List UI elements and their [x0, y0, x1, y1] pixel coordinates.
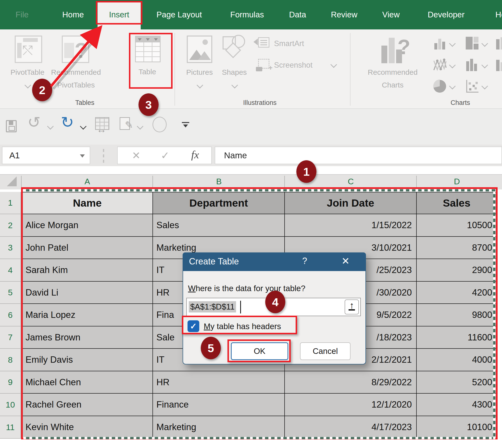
- confirm-entry-icon[interactable]: ✓: [161, 149, 169, 161]
- table-range-value: $A$1:$D$11: [189, 301, 236, 312]
- screenshot-dropdown-chevron-icon[interactable]: [330, 61, 337, 68]
- tab-file[interactable]: File: [7, 0, 37, 29]
- formula-bar[interactable]: Name: [215, 146, 502, 164]
- column-chart-icon[interactable]: [433, 37, 447, 50]
- row-header-6[interactable]: 6: [0, 304, 21, 326]
- formula-buttons-box: ✕ ✓ fx: [117, 146, 212, 164]
- annotation-badge-1: 1: [296, 160, 316, 183]
- column-header-B[interactable]: B: [216, 177, 222, 186]
- shapes-icon[interactable]: [223, 36, 246, 63]
- dialog-close-icon[interactable]: ✕: [341, 255, 350, 267]
- name-box[interactable]: A1: [2, 146, 90, 164]
- cancel-button[interactable]: Cancel: [300, 342, 351, 360]
- tab-help[interactable]: Help: [488, 0, 502, 29]
- charts-group-label: Charts: [451, 99, 470, 107]
- insert-function-icon[interactable]: fx: [191, 148, 199, 161]
- row-header-2[interactable]: 2: [0, 214, 21, 237]
- edit-dropdown-chevron-icon[interactable]: [137, 123, 143, 130]
- tab-developer[interactable]: Developer: [420, 0, 473, 29]
- customize-toolbar-icon[interactable]: [182, 122, 189, 128]
- quick-access-toolbar: ↺ ↻ ↔ ✎: [0, 108, 502, 145]
- tab-view[interactable]: View: [377, 0, 405, 29]
- dialog-prompt-label: Where is the data for your table?: [188, 284, 306, 293]
- pie-chart-icon[interactable]: [432, 79, 447, 94]
- name-box-dropdown-icon[interactable]: [80, 154, 85, 158]
- ribbon-tab-bar: File Home Insert Page Layout Formulas Da…: [0, 0, 502, 29]
- recommended-charts-label-line1[interactable]: Recommended: [368, 68, 418, 77]
- cancel-entry-icon[interactable]: ✕: [132, 149, 140, 161]
- pivottable-dropdown-chevron-icon[interactable]: [25, 82, 31, 88]
- pivottable-icon[interactable]: ⤲: [15, 35, 42, 63]
- clipped-chart-icon[interactable]: [496, 37, 502, 50]
- tab-review[interactable]: Review: [326, 0, 362, 29]
- row-header-4[interactable]: 4: [0, 259, 21, 282]
- treemap-chart-icon[interactable]: [465, 36, 479, 50]
- shapes-dropdown-chevron-icon[interactable]: [231, 82, 238, 88]
- pictures-icon[interactable]: [187, 35, 212, 63]
- column-header-D[interactable]: D: [454, 177, 460, 186]
- row-header-1[interactable]: 1: [0, 192, 21, 214]
- row-header-8[interactable]: 8: [0, 349, 21, 371]
- circle-shape-icon[interactable]: [152, 117, 167, 132]
- screenshot-label[interactable]: Screenshot: [274, 61, 312, 70]
- tab-data[interactable]: Data: [284, 0, 311, 29]
- tab-home[interactable]: Home: [56, 0, 90, 29]
- pictures-label[interactable]: Pictures: [186, 68, 213, 77]
- row-header-9[interactable]: 9: [0, 371, 21, 394]
- column-width-arrow-icon: ↔: [97, 124, 106, 135]
- pictures-dropdown-chevron-icon[interactable]: [196, 82, 203, 88]
- row-header-10[interactable]: 10: [0, 394, 21, 416]
- scatter-chart-chevron-icon[interactable]: [481, 83, 488, 89]
- tables-group-label: Tables: [75, 99, 94, 107]
- column-chart-chevron-icon[interactable]: [449, 40, 456, 47]
- column-header-C[interactable]: C: [348, 177, 354, 186]
- collapse-arrow-icon: ↑: [345, 300, 358, 311]
- undo-icon[interactable]: ↺: [28, 113, 41, 131]
- redo-icon[interactable]: ↻: [61, 113, 74, 131]
- treemap-chart-chevron-icon[interactable]: [481, 40, 488, 47]
- redo-dropdown-chevron-icon[interactable]: [80, 123, 86, 130]
- tab-formulas[interactable]: Formulas: [223, 0, 271, 29]
- column-header-A[interactable]: A: [84, 177, 90, 186]
- smartart-icon[interactable]: [258, 37, 269, 48]
- bar-chart-icon[interactable]: [465, 58, 479, 72]
- pivottable-label[interactable]: PivotTable: [11, 68, 44, 77]
- dialog-title: Create Table: [189, 256, 239, 267]
- excel-window: File Home Insert Page Layout Formulas Da…: [0, 0, 502, 448]
- recommended-pivottables-label-line2[interactable]: PivotTables: [57, 81, 95, 89]
- recommended-pivottables-label-line1[interactable]: Recommended: [51, 68, 101, 77]
- illustrations-group-label: Illustrations: [243, 99, 277, 107]
- recommended-pivottables-icon[interactable]: ?: [62, 35, 89, 63]
- dialog-help-icon[interactable]: ?: [302, 256, 307, 266]
- pie-chart-chevron-icon[interactable]: [449, 83, 456, 89]
- undo-dropdown-chevron-icon[interactable]: [47, 123, 54, 130]
- annotation-badge-4: 4: [265, 291, 285, 313]
- line-chart-chevron-icon[interactable]: [449, 62, 456, 68]
- shapes-label[interactable]: Shapes: [222, 68, 247, 77]
- group-separator: [350, 33, 351, 106]
- clipped-chart-icon[interactable]: [496, 58, 502, 72]
- recommended-charts-label-line2[interactable]: Charts: [382, 81, 404, 89]
- selection-marching-ants: [493, 189, 495, 439]
- row-header-3[interactable]: 3: [0, 237, 21, 259]
- row-header-5[interactable]: 5: [0, 282, 21, 304]
- scatter-chart-icon[interactable]: [465, 79, 479, 94]
- row-header-7[interactable]: 7: [0, 326, 21, 349]
- smartart-label[interactable]: SmartArt: [274, 39, 304, 48]
- dialog-title-bar[interactable]: Create Table ? ✕: [183, 252, 366, 271]
- tab-page-layout[interactable]: Page Layout: [152, 0, 206, 29]
- edit-document-icon[interactable]: ✎: [120, 117, 130, 130]
- annotation-rect-insert-tab: [96, 1, 142, 25]
- annotation-badge-5: 5: [201, 337, 221, 359]
- collapse-dialog-button[interactable]: ↑: [345, 300, 359, 314]
- formula-bar-row: A1 ✕ ✓ fx Name: [0, 144, 502, 166]
- select-all-corner-icon[interactable]: [7, 176, 17, 186]
- screenshot-icon[interactable]: +: [258, 59, 269, 69]
- recommended-charts-icon[interactable]: ?: [381, 36, 404, 63]
- line-chart-icon[interactable]: [433, 58, 447, 72]
- save-icon[interactable]: [6, 120, 17, 132]
- row-header-11[interactable]: 11: [0, 416, 21, 439]
- annotation-badge-3: 3: [139, 93, 159, 116]
- bar-chart-chevron-icon[interactable]: [481, 62, 488, 68]
- annotation-rect-ok-button: [227, 339, 291, 362]
